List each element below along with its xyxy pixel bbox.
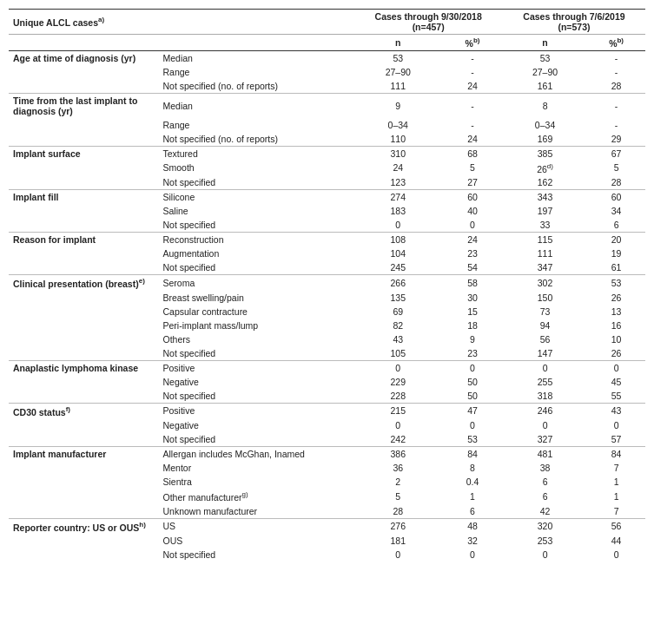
p1-value: 40	[442, 204, 503, 218]
n1-value: 0	[353, 360, 442, 375]
category-label: Implant fill	[9, 190, 155, 205]
n2-value: 255	[503, 375, 587, 389]
col-n2: n	[503, 35, 587, 51]
p1-value: 27	[442, 175, 503, 190]
sub-label: US	[155, 518, 354, 534]
n1-value: 123	[353, 175, 442, 190]
main-table: Unique ALCL casesa) Cases through 9/30/2…	[9, 9, 645, 562]
category-label	[9, 118, 155, 132]
category-label	[9, 432, 155, 447]
table-row: Range27–90-27–90-	[9, 65, 645, 79]
category-label	[9, 79, 155, 94]
n1-value: 228	[353, 389, 442, 404]
table-row: Reporter country: US or OUSh)US276483205…	[9, 518, 645, 534]
p1-value: 30	[442, 291, 503, 305]
p2-value: 1	[587, 475, 645, 489]
table-row: Peri-implant mass/lump82189416	[9, 319, 645, 332]
n2-value: 0	[503, 548, 587, 562]
p1-value: 84	[442, 447, 503, 462]
sub-label: Textured	[155, 146, 354, 161]
category-label	[9, 291, 155, 305]
n2-value: 150	[503, 291, 587, 305]
sub-label: Seroma	[155, 275, 354, 291]
p2-value: 45	[587, 375, 645, 389]
p2-value: 19	[587, 246, 645, 260]
n2-value: 27–90	[503, 65, 587, 79]
p1-value: 53	[442, 432, 503, 447]
p2-value: 34	[587, 204, 645, 218]
n2-value: 246	[503, 403, 587, 418]
p1-value: 0	[442, 548, 503, 562]
n1-value: 36	[353, 461, 442, 475]
sub-label: Range	[155, 118, 354, 132]
n1-value: 43	[353, 332, 442, 346]
p1-value: 0.4	[442, 475, 503, 489]
n1-value: 110	[353, 132, 442, 147]
p2-value: 7	[587, 504, 645, 519]
category-label	[9, 389, 155, 404]
n2-value: 0	[503, 418, 587, 432]
n1-value: 69	[353, 305, 442, 319]
n1-value: 27–90	[353, 65, 442, 79]
sub-label: Not specified (no. of reports)	[155, 132, 354, 147]
table-row: Capsular contracture69157313	[9, 305, 645, 319]
p2-value: 60	[587, 190, 645, 205]
category-label: Implant surface	[9, 146, 155, 161]
n2-value: 115	[503, 233, 587, 247]
p2-value: 20	[587, 233, 645, 247]
sub-label: Reconstruction	[155, 233, 354, 247]
table-row: Others4395610	[9, 332, 645, 346]
sub-label: Breast swelling/pain	[155, 291, 354, 305]
table-row: Saline1834019734	[9, 204, 645, 218]
n1-value: 386	[353, 447, 442, 462]
p1-value: 23	[442, 246, 503, 260]
n1-value: 0	[353, 418, 442, 432]
p1-value: 50	[442, 389, 503, 404]
category-label: Time from the last implant to diagnosis …	[9, 93, 155, 118]
n2-value: 327	[503, 432, 587, 447]
n2-value: 385	[503, 146, 587, 161]
category-label: Clinical presentation (breast)e)	[9, 275, 155, 291]
p1-value: 60	[442, 190, 503, 205]
col-sub	[155, 35, 354, 51]
p2-value: 56	[587, 518, 645, 534]
n2-value: 302	[503, 275, 587, 291]
n1-value: 104	[353, 246, 442, 260]
table-row: Anaplastic lymphoma kinasePositive0000	[9, 360, 645, 375]
sub-label: Range	[155, 65, 354, 79]
category-label	[9, 534, 155, 548]
n1-value: 229	[353, 375, 442, 389]
p1-value: 68	[442, 146, 503, 161]
table-row: Range0–34-0–34-	[9, 118, 645, 132]
category-label: Implant manufacturer	[9, 447, 155, 462]
table-row: Not specified00336	[9, 218, 645, 233]
n2-value: 343	[503, 190, 587, 205]
p1-value: 47	[442, 403, 503, 418]
sub-label: Unknown manufacturer	[155, 504, 354, 519]
category-label	[9, 132, 155, 147]
sub-label: Saline	[155, 204, 354, 218]
p2-value: 26	[587, 291, 645, 305]
category-label: Reporter country: US or OUSh)	[9, 518, 155, 534]
sub-label: Sientra	[155, 475, 354, 489]
p1-value: 18	[442, 319, 503, 332]
category-label	[9, 332, 155, 346]
table-row: Not specified1232716228	[9, 175, 645, 190]
n2-value: 0–34	[503, 118, 587, 132]
n2-value: 347	[503, 260, 587, 275]
p1-value: 0	[442, 218, 503, 233]
table-row: Implant fillSilicone2746034360	[9, 190, 645, 205]
sub-label: OUS	[155, 534, 354, 548]
table-title: Unique ALCL casesa)	[9, 10, 353, 35]
table-row: Unknown manufacturer286427	[9, 504, 645, 519]
n1-value: 245	[353, 260, 442, 275]
col-group-2-header: Cases through 7/6/2019(n=573)	[503, 10, 645, 35]
sub-label: Median	[155, 50, 354, 65]
n2-value: 0	[503, 360, 587, 375]
p2-value: 0	[587, 548, 645, 562]
p2-value: -	[587, 65, 645, 79]
n1-value: 9	[353, 93, 442, 118]
p2-value: -	[587, 93, 645, 118]
col-p2: %b)	[587, 35, 645, 51]
p1-value: 0	[442, 418, 503, 432]
